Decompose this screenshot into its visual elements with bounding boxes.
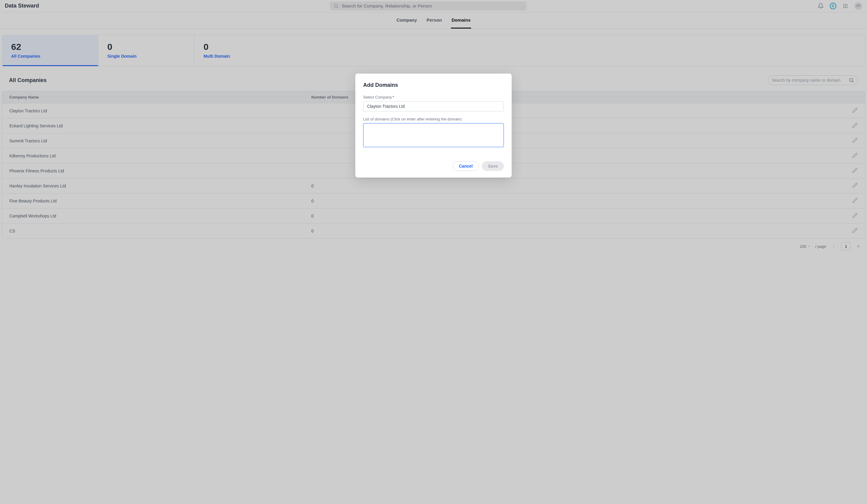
modal-overlay: Add Domains Select Company* List of doma… <box>0 0 867 504</box>
select-company-label: Select Company* <box>363 95 504 99</box>
modal-title: Add Domains <box>363 82 504 88</box>
domains-textarea[interactable] <box>363 123 504 147</box>
save-button[interactable]: Save <box>482 161 504 171</box>
add-domains-modal: Add Domains Select Company* List of doma… <box>355 74 512 177</box>
list-domains-label: List of domains (Click on enter after en… <box>363 117 504 121</box>
select-company-input[interactable] <box>363 101 504 111</box>
cancel-button[interactable]: Cancel <box>452 161 479 171</box>
